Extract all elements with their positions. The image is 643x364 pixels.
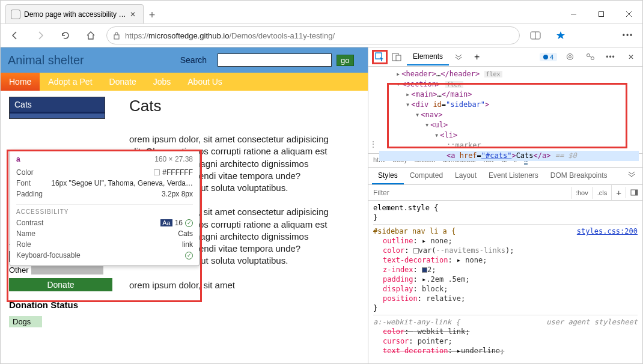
- styles-pane[interactable]: element.style { } #sidebar nav li a {sty…: [368, 201, 642, 358]
- close-window-button[interactable]: [615, 4, 642, 23]
- search-input[interactable]: [218, 53, 332, 67]
- ua-selector: a:-webkit-any-link {: [373, 317, 460, 327]
- minimize-button[interactable]: [559, 4, 587, 23]
- svg-rect-16: [635, 190, 638, 195]
- val-outline: none;: [426, 237, 452, 245]
- prop-padding: padding: [383, 275, 413, 284]
- val-color-post: );: [505, 246, 514, 255]
- prop-color: color: [383, 246, 404, 255]
- nav-donate[interactable]: Donate: [101, 73, 145, 91]
- zindex-swatch-icon: [422, 267, 427, 273]
- inspect-dims: 160 × 27.38: [154, 155, 193, 163]
- more-icon[interactable]: •••: [618, 26, 638, 45]
- hov-toggle[interactable]: :hov: [571, 187, 593, 199]
- prop-position: position: [383, 294, 418, 303]
- svg-rect-1: [599, 11, 603, 16]
- settings-icon[interactable]: [562, 50, 577, 64]
- donation-other-input[interactable]: [31, 266, 103, 275]
- page-favicon: [11, 10, 20, 19]
- ov-pad-val: 3.2px 8px: [162, 190, 193, 198]
- device-toggle-button[interactable]: [389, 50, 404, 64]
- sidebar-item-cats[interactable]: Cats: [10, 97, 105, 114]
- subtab-styles[interactable]: Styles: [372, 168, 404, 184]
- reader-icon[interactable]: [526, 26, 545, 45]
- contrast-badge: Aa: [160, 219, 172, 226]
- nav-home[interactable]: Home: [1, 73, 40, 91]
- inspect-tooltip: a 160 × 27.38 Color#FFFFFF Font16px "Seg…: [10, 150, 200, 266]
- subtab-computed[interactable]: Computed: [404, 168, 449, 184]
- ua-prop-color: color: [383, 327, 404, 336]
- ov-color-val: #FFFFFF: [162, 168, 193, 177]
- home-button[interactable]: [81, 26, 100, 45]
- ov-role-label: Role: [16, 240, 31, 249]
- close-tab-icon[interactable]: ✕: [127, 10, 138, 19]
- ua-val-tdec: underline;: [461, 347, 504, 355]
- maximize-button[interactable]: [587, 4, 615, 23]
- prop-outline: outline: [383, 237, 413, 245]
- element-style-sel: element.style {: [373, 203, 638, 213]
- val-color-var: --navitems-links: [436, 246, 505, 255]
- kebab-icon[interactable]: •••: [603, 50, 618, 64]
- donation-other-label: Other: [9, 265, 29, 275]
- ov-role-val: link: [182, 240, 193, 249]
- prop-display: display: [383, 285, 413, 293]
- close-devtools-icon[interactable]: ✕: [623, 50, 639, 64]
- val-color-pre: var(: [419, 246, 436, 255]
- issues-badge[interactable]: 4: [540, 53, 557, 61]
- svg-point-13: [591, 57, 594, 60]
- ov-font-label: Font: [16, 179, 31, 187]
- ua-val-cursor: pointer;: [418, 337, 453, 345]
- address-bar[interactable]: https://microsoftedge.github.io/Demos/de…: [106, 26, 520, 44]
- ov-acc-head: ACCESSIBILITY: [16, 204, 193, 215]
- donate-button[interactable]: Donate: [9, 278, 112, 291]
- inspect-tag: a: [16, 155, 20, 163]
- val-padding: .2em .5em;: [426, 275, 469, 284]
- url-scheme: https://: [125, 31, 148, 40]
- val-textdec: none;: [461, 256, 487, 264]
- styles-pane-icon[interactable]: [626, 187, 642, 198]
- val-position: relative;: [426, 294, 465, 303]
- cls-toggle[interactable]: .cls: [593, 187, 612, 199]
- ov-contrast-label: Contrast: [16, 219, 43, 227]
- dom-tree[interactable]: ▸<header>…</header> flex ▾<section> flex…: [368, 67, 642, 153]
- favorite-icon[interactable]: [551, 26, 570, 45]
- ua-val-color: -webkit-link;: [413, 327, 470, 336]
- back-button[interactable]: [5, 26, 25, 45]
- prop-zindex: z-index: [383, 265, 413, 274]
- svg-point-12: [587, 54, 590, 57]
- subtab-more-icon[interactable]: [624, 168, 639, 184]
- url-path: /Demos/devtools-a11y-testing/: [229, 31, 335, 40]
- inspect-button[interactable]: [372, 50, 388, 64]
- tab-elements[interactable]: Elements: [407, 49, 449, 65]
- tab-more-icon[interactable]: [449, 50, 468, 64]
- go-button[interactable]: go: [337, 55, 353, 66]
- subtab-listeners[interactable]: Event Listeners: [483, 168, 544, 184]
- paragraph-3: orem ipsum dolor, sit amet: [129, 279, 344, 291]
- rule-selector: #sidebar nav li a {: [373, 226, 456, 236]
- rule-source-link[interactable]: styles.css:200: [577, 226, 638, 236]
- browser-tab[interactable]: Demo page with accessibility iss ✕: [5, 4, 144, 23]
- dock-icon[interactable]: [582, 50, 598, 64]
- val-display: block;: [422, 285, 448, 293]
- color-swatch-icon: [154, 169, 160, 175]
- dom-selected-tail: == $0: [550, 151, 576, 160]
- new-rule-icon[interactable]: +: [611, 185, 626, 200]
- new-tab-button[interactable]: +: [144, 7, 160, 23]
- tab-add-button[interactable]: +: [468, 48, 486, 66]
- nav-about[interactable]: About Us: [179, 73, 231, 91]
- subtab-layout[interactable]: Layout: [449, 168, 483, 184]
- nav-adopt[interactable]: Adopt a Pet: [40, 73, 100, 91]
- prop-textdec: text-decoration: [383, 256, 448, 264]
- ua-prop-cursor: cursor: [383, 337, 409, 345]
- ov-color-label: Color: [16, 168, 34, 177]
- sidebar-item-next[interactable]: [10, 114, 105, 118]
- subtab-dombreak[interactable]: DOM Breakpoints: [544, 168, 614, 184]
- dom-dots-icon[interactable]: ⋮: [370, 139, 377, 150]
- nav-jobs[interactable]: Jobs: [145, 73, 180, 91]
- search-label: Search: [180, 55, 207, 65]
- svg-rect-4: [114, 35, 119, 39]
- url-host: microsoftedge.github.io: [148, 31, 229, 40]
- refresh-button[interactable]: [56, 26, 75, 45]
- issues-count: 4: [550, 53, 553, 61]
- styles-filter-input[interactable]: [368, 186, 571, 200]
